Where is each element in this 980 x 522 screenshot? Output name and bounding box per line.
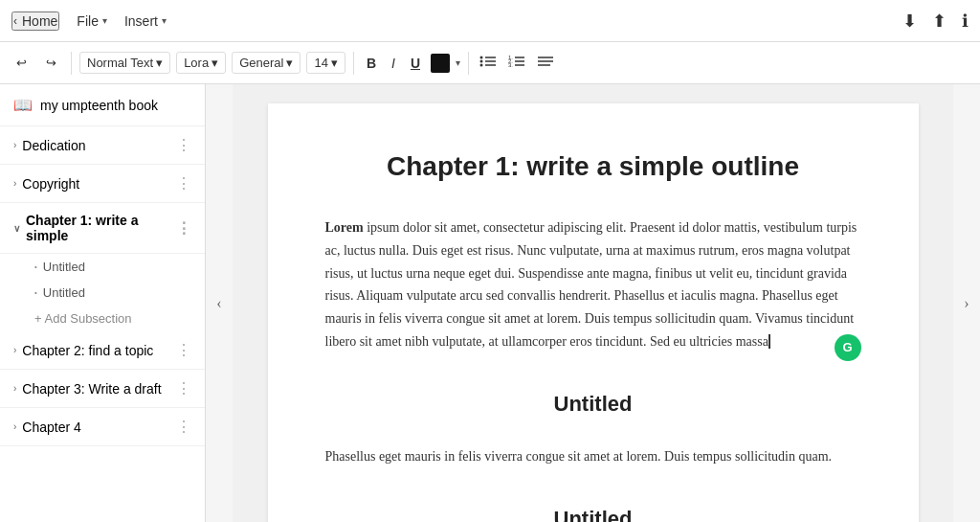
home-button[interactable]: ‹ Home bbox=[11, 11, 59, 31]
book-icon: 📖 bbox=[13, 96, 33, 114]
chapter1-chevron-icon: ∨ bbox=[13, 223, 20, 234]
text-cursor bbox=[768, 334, 770, 349]
file-menu-button[interactable]: File ▾ bbox=[77, 13, 107, 29]
subsection-dot-2: • bbox=[34, 288, 37, 297]
chapter2-left: › Chapter 2: find a topic bbox=[13, 343, 153, 358]
nav-left: ‹ Home File ▾ Insert ▾ bbox=[11, 11, 167, 31]
dedication-menu-icon[interactable]: ⋮ bbox=[176, 136, 191, 154]
content-area: ‹ Chapter 1: write a simple outline Lore… bbox=[206, 84, 980, 522]
svg-text:3.: 3. bbox=[508, 62, 513, 68]
sidebar-item-dedication[interactable]: › Dedication ⋮ bbox=[0, 126, 205, 165]
section1-title: Untitled bbox=[325, 392, 861, 417]
toolbar-divider-1 bbox=[71, 52, 72, 75]
align-dropdown[interactable]: General ▾ bbox=[232, 52, 301, 74]
sidebar-subsection-1[interactable]: • Untitled bbox=[0, 254, 205, 280]
page-right-arrow[interactable]: › bbox=[953, 84, 980, 522]
font-chevron-icon: ▾ bbox=[212, 56, 218, 70]
chapter-body[interactable]: Lorem ipsum dolor sit amet, consectetur … bbox=[325, 216, 861, 353]
subsection-2-label: Untitled bbox=[43, 285, 85, 300]
page: Chapter 1: write a simple outline Lorem … bbox=[268, 103, 919, 522]
font-dropdown[interactable]: Lora ▾ bbox=[176, 52, 226, 74]
file-chevron-icon: ▾ bbox=[102, 15, 107, 26]
share-icon[interactable]: ⬆ bbox=[932, 11, 947, 32]
italic-button[interactable]: I bbox=[387, 53, 400, 74]
nav-right: ⬇ ⬆ ℹ bbox=[902, 11, 969, 32]
toolbar: ↩ ↪ Normal Text ▾ Lora ▾ General ▾ 14 ▾ … bbox=[0, 42, 980, 84]
font-size-dropdown[interactable]: 14 ▾ bbox=[306, 52, 345, 74]
sidebar-book-title: 📖 my umpteenth book bbox=[0, 84, 205, 126]
chapter3-chevron-icon: › bbox=[13, 383, 16, 394]
page-left-arrow[interactable]: ‹ bbox=[206, 84, 233, 522]
chapter2-chevron-icon: › bbox=[13, 345, 16, 355]
book-title-label: my umpteenth book bbox=[40, 98, 158, 113]
copyright-menu-icon[interactable]: ⋮ bbox=[176, 174, 191, 193]
chapter4-chevron-icon: › bbox=[13, 421, 16, 432]
download-icon[interactable]: ⬇ bbox=[902, 11, 917, 32]
insert-label: Insert bbox=[124, 13, 158, 29]
toolbar-divider-2 bbox=[353, 52, 354, 75]
home-arrow-icon: ‹ bbox=[13, 14, 17, 28]
subsection-1-label: Untitled bbox=[43, 260, 85, 274]
chapter1-label: Chapter 1: write a simple bbox=[26, 213, 176, 243]
chapter4-label: Chapter 4 bbox=[22, 420, 80, 435]
chapter2-menu-icon[interactable]: ⋮ bbox=[176, 341, 191, 359]
page-container: Chapter 1: write a simple outline Lorem … bbox=[233, 84, 953, 522]
chapter-body-bold: Lorem bbox=[325, 220, 364, 235]
sidebar-subsection-2[interactable]: • Untitled bbox=[0, 280, 205, 306]
chapter1-menu-icon[interactable]: ⋮ bbox=[176, 219, 191, 238]
bullet-list-button[interactable] bbox=[477, 51, 500, 76]
subsection-dot-1: • bbox=[34, 262, 37, 271]
section1-body[interactable]: Phasellus eget mauris in felis viverra c… bbox=[325, 445, 861, 468]
svg-point-2 bbox=[480, 59, 483, 62]
chapter4-menu-icon[interactable]: ⋮ bbox=[176, 418, 191, 436]
section2-title: Untitled bbox=[325, 507, 861, 522]
font-size-label: 14 bbox=[314, 56, 327, 70]
chapter-body-text: ipsum dolor sit amet, consectetur adipis… bbox=[325, 220, 858, 349]
copyright-chevron-icon: › bbox=[13, 178, 16, 189]
copyright-label: Copyright bbox=[22, 176, 79, 192]
sidebar: 📖 my umpteenth book › Dedication ⋮ › Cop… bbox=[0, 84, 206, 522]
top-nav: ‹ Home File ▾ Insert ▾ ⬇ ⬆ ℹ bbox=[0, 0, 980, 42]
chapter2-label: Chapter 2: find a topic bbox=[22, 343, 153, 358]
chapter3-left: › Chapter 3: Write a draft bbox=[13, 381, 162, 397]
more-formatting-button[interactable] bbox=[534, 51, 557, 76]
dedication-chevron-icon: › bbox=[13, 140, 16, 150]
insert-chevron-icon: ▾ bbox=[162, 15, 167, 26]
svg-point-4 bbox=[480, 63, 483, 66]
sidebar-item-chapter1[interactable]: ∨ Chapter 1: write a simple ⋮ bbox=[0, 203, 205, 254]
underline-button[interactable]: U bbox=[406, 53, 425, 74]
font-label: Lora bbox=[184, 56, 209, 70]
toolbar-divider-3 bbox=[468, 52, 469, 75]
color-chevron-icon: ▾ bbox=[456, 57, 460, 68]
main-layout: 📖 my umpteenth book › Dedication ⋮ › Cop… bbox=[0, 84, 980, 522]
chapter4-left: › Chapter 4 bbox=[13, 420, 81, 435]
text-style-dropdown[interactable]: Normal Text ▾ bbox=[79, 52, 170, 74]
svg-point-0 bbox=[480, 56, 483, 58]
undo-button[interactable]: ↩ bbox=[10, 53, 33, 73]
bold-button[interactable]: B bbox=[362, 53, 381, 74]
sidebar-item-chapter4[interactable]: › Chapter 4 ⋮ bbox=[0, 408, 205, 446]
chapter1-left: ∨ Chapter 1: write a simple bbox=[13, 213, 176, 243]
info-icon[interactable]: ℹ bbox=[962, 11, 969, 32]
add-subsection-button[interactable]: + Add Subsection bbox=[0, 306, 205, 331]
sidebar-item-chapter3[interactable]: › Chapter 3: Write a draft ⋮ bbox=[0, 370, 205, 408]
sidebar-item-copyright[interactable]: › Copyright ⋮ bbox=[0, 165, 205, 203]
chapter3-menu-icon[interactable]: ⋮ bbox=[176, 379, 191, 397]
dedication-label: Dedication bbox=[22, 138, 85, 153]
copyright-left: › Copyright bbox=[13, 176, 79, 192]
sidebar-item-chapter2[interactable]: › Chapter 2: find a topic ⋮ bbox=[0, 331, 205, 370]
grammarly-badge[interactable]: G bbox=[835, 334, 861, 361]
numbered-list-button[interactable]: 1.2.3. bbox=[505, 51, 528, 76]
color-swatch[interactable] bbox=[431, 54, 450, 73]
align-chevron-icon: ▾ bbox=[286, 56, 293, 70]
file-label: File bbox=[77, 13, 99, 29]
font-size-chevron-icon: ▾ bbox=[331, 56, 338, 70]
chapter3-label: Chapter 3: Write a draft bbox=[22, 381, 161, 397]
chapter-title: Chapter 1: write a simple outline bbox=[325, 151, 861, 182]
insert-menu-button[interactable]: Insert ▾ bbox=[124, 13, 167, 29]
redo-button[interactable]: ↪ bbox=[39, 53, 63, 73]
text-style-chevron-icon: ▾ bbox=[156, 56, 163, 70]
text-style-label: Normal Text bbox=[87, 56, 153, 70]
dedication-left: › Dedication bbox=[13, 138, 86, 153]
align-label: General bbox=[239, 56, 283, 70]
